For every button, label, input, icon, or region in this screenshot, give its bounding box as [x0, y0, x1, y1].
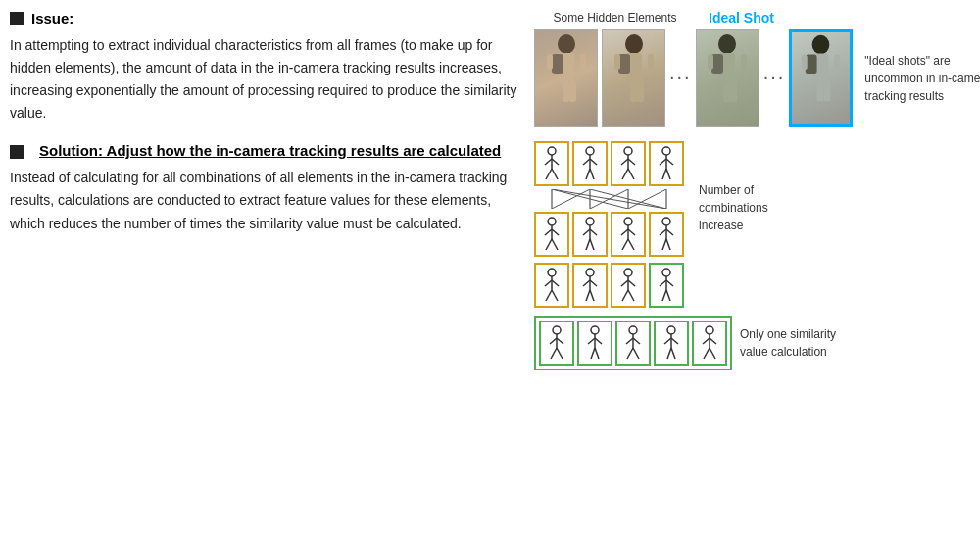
svg-line-43	[628, 159, 635, 165]
svg-line-138	[704, 348, 710, 359]
svg-line-130	[664, 338, 671, 344]
svg-rect-12	[614, 54, 620, 70]
svg-line-132	[667, 348, 671, 359]
solution-text: Instead of calculating for all combinati…	[10, 167, 519, 234]
fig-s2	[577, 321, 612, 366]
ideal-note: "Ideal shots" are uncommon in in-camera …	[864, 52, 980, 105]
issue-header: Issue:	[10, 10, 519, 26]
svg-line-97	[590, 290, 594, 301]
svg-line-115	[557, 348, 563, 359]
svg-point-7	[625, 34, 643, 54]
svg-rect-6	[580, 54, 586, 70]
svg-line-65	[552, 229, 559, 235]
fig-s1	[539, 321, 574, 366]
svg-line-49	[666, 159, 673, 165]
svg-rect-27	[835, 54, 841, 70]
svg-line-139	[710, 348, 715, 359]
person-silhouette-3	[698, 32, 757, 125]
left-panel: Issue: In attempting to extract individu…	[10, 10, 529, 533]
svg-line-126	[627, 348, 633, 359]
svg-line-94	[583, 280, 590, 286]
fig-cg1	[649, 263, 684, 308]
person-image-ideal	[789, 29, 853, 127]
cross-lines-svg	[534, 189, 691, 209]
fig-c2	[572, 263, 608, 308]
svg-line-73	[590, 239, 594, 250]
svg-line-64	[545, 229, 552, 235]
svg-line-84	[662, 239, 666, 250]
issue-text: In attempting to extract individual char…	[10, 34, 519, 124]
solution-title: Solution: Adjust how the in-camera track…	[39, 142, 501, 159]
svg-line-85	[666, 239, 670, 250]
svg-line-51	[666, 169, 670, 179]
svg-line-48	[660, 159, 666, 165]
svg-rect-4	[569, 80, 576, 102]
fig-y3	[611, 141, 646, 186]
similarity-diagram: Only one similarity value calculation	[534, 316, 848, 370]
fig-c3	[611, 263, 646, 308]
person-silhouette-1	[537, 32, 596, 125]
svg-line-70	[583, 229, 590, 235]
images-labels: Some Hidden Elements Ideal Shot	[534, 10, 980, 25]
svg-line-38	[586, 169, 590, 179]
combinations-diagram: Number of combinations increase	[534, 141, 807, 257]
svg-line-95	[590, 280, 597, 286]
fig-y5	[534, 212, 569, 257]
svg-point-46	[662, 147, 670, 155]
svg-line-101	[628, 280, 635, 286]
dots-2: ···	[763, 66, 786, 127]
svg-point-98	[624, 269, 632, 276]
svg-line-33	[552, 169, 558, 179]
combo-top-row	[534, 141, 691, 186]
svg-line-79	[628, 239, 634, 250]
svg-rect-19	[708, 54, 713, 70]
person-image-2	[602, 29, 665, 127]
svg-line-76	[621, 229, 628, 235]
fig-s5	[692, 321, 727, 366]
svg-line-112	[550, 338, 557, 344]
person-image-3	[696, 29, 760, 127]
svg-line-58	[590, 189, 628, 209]
svg-point-116	[591, 326, 599, 334]
fig-y8	[649, 212, 684, 257]
svg-point-62	[548, 218, 556, 225]
svg-line-39	[590, 169, 594, 179]
svg-line-45	[628, 169, 634, 179]
svg-line-131	[671, 338, 678, 344]
dots-1: ···	[669, 66, 692, 127]
svg-point-40	[624, 147, 632, 155]
svg-point-110	[553, 326, 561, 334]
ideal-shot-label: Ideal Shot	[709, 10, 774, 25]
one-comparison-figures	[534, 263, 684, 308]
hidden-elements-label: Some Hidden Elements	[539, 11, 691, 25]
svg-point-122	[629, 326, 637, 334]
svg-line-113	[557, 338, 564, 344]
solution-icon	[10, 145, 24, 159]
svg-line-44	[622, 169, 628, 179]
svg-line-36	[583, 159, 590, 165]
svg-line-109	[666, 290, 670, 301]
svg-rect-17	[723, 80, 730, 102]
one-comp-row	[534, 263, 684, 308]
svg-line-133	[671, 348, 675, 359]
fig-y1	[534, 141, 569, 186]
combinations-note: Number of combinations increase	[699, 181, 807, 234]
svg-line-106	[660, 280, 666, 286]
svg-line-77	[628, 229, 635, 235]
svg-line-100	[621, 280, 628, 286]
solution-section: Solution: Adjust how the in-camera track…	[10, 142, 519, 234]
svg-line-124	[626, 338, 633, 344]
svg-rect-13	[648, 54, 654, 70]
svg-rect-18	[730, 80, 737, 102]
svg-line-103	[628, 290, 634, 301]
fig-c1	[534, 263, 569, 308]
svg-line-107	[666, 280, 673, 286]
svg-line-125	[633, 338, 640, 344]
svg-line-50	[662, 169, 666, 179]
svg-rect-20	[741, 54, 747, 70]
person-silhouette-2	[605, 32, 663, 125]
svg-point-74	[624, 218, 632, 225]
svg-rect-5	[547, 54, 553, 70]
svg-point-0	[558, 34, 575, 54]
svg-line-31	[552, 159, 559, 165]
